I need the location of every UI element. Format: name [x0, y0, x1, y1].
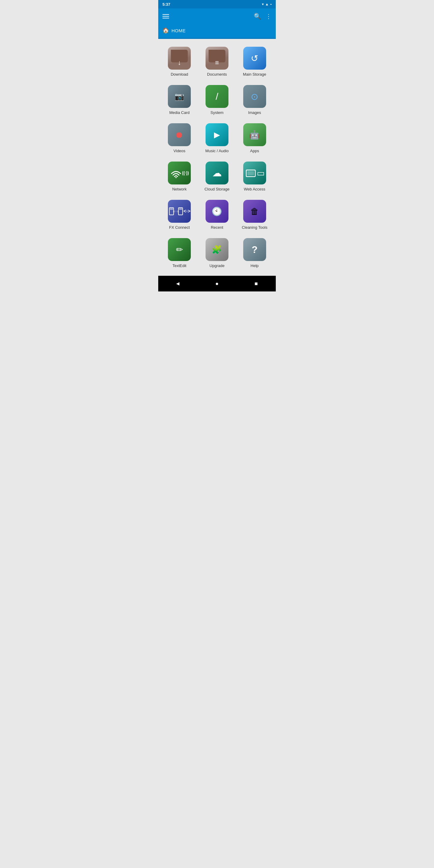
- music-audio-label: Music / Audio: [205, 149, 228, 153]
- videos-label: Videos: [174, 149, 186, 153]
- svg-rect-4: [170, 208, 173, 210]
- toolbar: 🔍 ⋮: [158, 8, 276, 24]
- download-icon: [168, 47, 191, 70]
- recents-button[interactable]: ■: [250, 279, 262, 288]
- grid-item-music-audio[interactable]: Music / Audio: [198, 119, 236, 157]
- textedit-icon: [168, 238, 191, 261]
- main-storage-icon: [243, 47, 266, 70]
- home-icon: 🏠: [162, 27, 169, 34]
- system-icon: [206, 85, 228, 108]
- back-button[interactable]: ◄: [172, 279, 184, 288]
- upgrade-icon: [206, 238, 228, 261]
- grid-item-cleaning-tools[interactable]: Cleaning Tools: [236, 195, 273, 234]
- music-audio-icon: [206, 123, 228, 146]
- grid-item-media-card[interactable]: Media Card: [161, 81, 198, 119]
- network-icon: [168, 161, 191, 184]
- grid-item-system[interactable]: System: [198, 81, 236, 119]
- cloud-storage-label: Cloud Storage: [204, 187, 229, 191]
- grid-item-main-storage[interactable]: Main Storage: [236, 42, 273, 81]
- toolbar-right: 🔍 ⋮: [254, 13, 272, 20]
- grid-item-recent[interactable]: Recent: [198, 195, 236, 234]
- signal-icon: ▲: [265, 2, 269, 6]
- media-card-label: Media Card: [169, 110, 190, 115]
- system-label: System: [210, 110, 223, 115]
- cloud-storage-icon: [206, 161, 228, 184]
- web-access-label: Web Access: [244, 187, 265, 191]
- battery-icon: ▪: [270, 2, 272, 6]
- grid-item-download[interactable]: Download: [161, 42, 198, 81]
- help-label: Help: [250, 264, 258, 268]
- network-label: Network: [172, 187, 187, 191]
- status-time: 5:37: [162, 2, 170, 7]
- status-bar: 5:37 ▾ ▲ ▪: [158, 0, 276, 8]
- cleaning-tools-label: Cleaning Tools: [242, 225, 267, 230]
- status-icons: ▾ ▲ ▪: [262, 2, 272, 6]
- grid-item-documents[interactable]: Documents: [198, 42, 236, 81]
- app-grid: Download Documents Main Storage Media Ca…: [158, 39, 276, 276]
- documents-label: Documents: [207, 72, 227, 76]
- breadcrumb: 🏠 HOME: [158, 24, 276, 38]
- textedit-label: TextEdit: [173, 264, 186, 268]
- svg-rect-2: [247, 171, 254, 176]
- main-storage-label: Main Storage: [243, 72, 266, 76]
- grid-item-help[interactable]: Help: [236, 234, 273, 272]
- more-options-icon[interactable]: ⋮: [266, 13, 272, 20]
- recent-icon: [206, 200, 228, 223]
- svg-text:<·>: <·>: [173, 210, 179, 213]
- grid-item-cloud-storage[interactable]: Cloud Storage: [198, 157, 236, 195]
- apps-icon: [243, 123, 266, 146]
- wifi-icon: ▾: [262, 2, 264, 6]
- hamburger-menu-button[interactable]: [162, 14, 169, 19]
- videos-icon: [168, 123, 191, 146]
- cleaning-tools-icon: [243, 200, 266, 223]
- grid-item-apps[interactable]: Apps: [236, 119, 273, 157]
- grid-item-images[interactable]: Images: [236, 81, 273, 119]
- search-icon[interactable]: 🔍: [254, 13, 261, 20]
- fx-connect-icon: <·>: [168, 200, 191, 223]
- grid-item-videos[interactable]: Videos: [161, 119, 198, 157]
- svg-point-0: [176, 177, 177, 178]
- page-title: HOME: [172, 28, 186, 33]
- media-card-icon: [168, 85, 191, 108]
- help-icon: [243, 238, 266, 261]
- apps-label: Apps: [250, 149, 259, 153]
- fx-connect-label: FX Connect: [169, 225, 190, 230]
- grid-item-upgrade[interactable]: Upgrade: [198, 234, 236, 272]
- grid-item-textedit[interactable]: TextEdit: [161, 234, 198, 272]
- images-icon: [243, 85, 266, 108]
- recent-label: Recent: [211, 225, 223, 230]
- upgrade-label: Upgrade: [210, 264, 224, 268]
- documents-icon: [206, 47, 228, 70]
- grid-item-fx-connect[interactable]: <·> FX Connect: [161, 195, 198, 234]
- toolbar-left: [162, 14, 169, 19]
- web-access-icon: [243, 161, 266, 184]
- svg-rect-6: [179, 208, 182, 210]
- grid-item-network[interactable]: Network: [161, 157, 198, 195]
- bottom-navigation: ◄ ● ■: [158, 276, 276, 291]
- home-button[interactable]: ●: [211, 279, 223, 288]
- grid-item-web-access[interactable]: Web Access: [236, 157, 273, 195]
- images-label: Images: [248, 110, 261, 115]
- download-label: Download: [170, 72, 188, 76]
